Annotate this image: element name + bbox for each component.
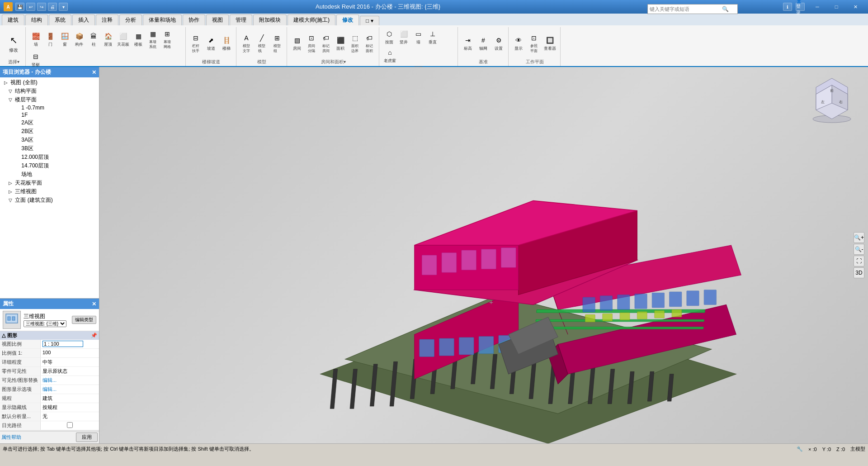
btn-shaft[interactable]: ⬜竖井: [397, 28, 410, 46]
view-scale-input[interactable]: [42, 341, 83, 347]
project-browser-close[interactable]: ✕: [92, 69, 96, 76]
btn-mullion[interactable]: ⊟竖梃: [29, 51, 42, 68]
tab-cha-ru[interactable]: 插入: [72, 14, 95, 25]
tree-ceiling-plan[interactable]: ▷ 天花板平面: [1, 179, 98, 187]
btn-area-boundary[interactable]: ⬚面积边界: [348, 32, 362, 54]
zoom-3d-btn[interactable]: 3D: [854, 267, 864, 278]
tab-xi-tong[interactable]: 系统: [49, 14, 71, 25]
prop-help-link[interactable]: 属性帮助: [1, 434, 21, 441]
tree-elevation[interactable]: ▽ 立面 (建筑立面): [1, 196, 98, 204]
btn-curtain-grid[interactable]: ⊞幕墙网格: [160, 28, 174, 50]
btn-ref-plane[interactable]: ⊡参照平面: [527, 32, 541, 54]
btn-column[interactable]: 🏛柱: [87, 30, 100, 48]
prop-view-scale-value[interactable]: [41, 340, 99, 348]
tree-views-root[interactable]: ▷ 视图 (全部): [1, 78, 98, 87]
qa-print[interactable]: 🖨: [48, 3, 57, 11]
tab-shi-tu[interactable]: 视图: [206, 14, 229, 25]
tab-fu-jia[interactable]: 附加模块: [253, 14, 287, 25]
type-dropdown[interactable]: 三维视图: {三维}: [24, 320, 66, 327]
apply-btn[interactable]: 应用: [76, 433, 98, 442]
tree-3d-view[interactable]: ▷ 三维视图: [1, 187, 98, 196]
user-btn[interactable]: 👤 登录: [796, 3, 805, 11]
btn-wall[interactable]: 🧱墙: [29, 30, 42, 48]
btn-ceiling[interactable]: ⬜天花板: [116, 30, 131, 48]
btn-model-text[interactable]: A模型文字: [240, 32, 253, 54]
navigation-cube[interactable]: 前 右 左: [809, 76, 854, 121]
btn-viewer[interactable]: 🔲查看器: [542, 34, 557, 52]
tab-xiu-gai[interactable]: 修改: [336, 14, 359, 25]
tab-ti-liang[interactable]: 体量和场地: [143, 14, 182, 25]
btn-area[interactable]: ⬛面积: [334, 34, 347, 52]
tree-floor-12[interactable]: 12.000层顶: [1, 153, 98, 162]
tree-struct-plan[interactable]: ▽ 结构平面: [1, 87, 98, 95]
tree-floor-plan[interactable]: ▽ 楼层平面: [1, 95, 98, 104]
btn-by-face[interactable]: ⬡按面: [382, 28, 396, 46]
tab-jian-mo[interactable]: 建模大师(施工): [288, 14, 335, 25]
btn-show-wp[interactable]: 👁显示: [512, 34, 525, 52]
qa-more[interactable]: ▾: [59, 3, 68, 11]
sun-path-check[interactable]: [42, 422, 97, 428]
edit-type-btn[interactable]: 编辑类型: [72, 316, 96, 324]
btn-tag-area[interactable]: 🏷标记面积: [363, 32, 376, 54]
close-button[interactable]: ✕: [846, 2, 864, 11]
qa-undo[interactable]: ↩: [26, 3, 35, 11]
btn-model-group[interactable]: ⊞模型组: [270, 32, 284, 54]
btn-window[interactable]: 🪟窗: [58, 30, 71, 48]
tree-floor-14[interactable]: 14.700层顶: [1, 162, 98, 170]
btn-room[interactable]: ▧房间: [290, 34, 304, 52]
btn-room-sep[interactable]: ⊡房间分隔: [305, 32, 318, 54]
zoom-out-btn[interactable]: 🔍-: [854, 244, 864, 255]
tab-xie-zuo[interactable]: 协作: [183, 14, 205, 25]
tree-floor-2a[interactable]: 2A区: [1, 119, 98, 127]
btn-datum-settings[interactable]: ⚙设置: [492, 34, 505, 52]
btn-dormer[interactable]: ⌂老虎窗: [382, 47, 397, 64]
viewport[interactable]: + 前 右 左 🔍+: [99, 67, 868, 443]
btn-tag-room[interactable]: 🏷标记房间: [319, 32, 333, 54]
type-selector: 三维视图 三维视图: {三维} 编辑类型: [0, 309, 99, 331]
qa-save[interactable]: 💾: [15, 3, 24, 11]
btn-railing[interactable]: ⊟栏杆扶手: [189, 32, 203, 54]
tab-fen-xi[interactable]: 分析: [119, 14, 142, 25]
prop-visibility[interactable]: 可见性/图形替换 编辑...: [0, 376, 99, 385]
tree-floor-1f[interactable]: 1F: [1, 111, 98, 119]
group-opening: ⬡按面 ⬜竖井 ▭墙 ⊥垂直 ⌂老虎窗 洞口: [380, 27, 458, 66]
tree-floor-2b[interactable]: 2B区: [1, 127, 98, 136]
qa-redo[interactable]: ↪: [37, 3, 46, 11]
expand-ceiling-icon: ▷: [7, 181, 14, 185]
btn-component[interactable]: 📦构件: [72, 30, 86, 48]
zoom-fit-btn[interactable]: ⛶: [854, 256, 864, 266]
btn-ramp[interactable]: ⬈坡道: [204, 34, 218, 52]
tree-floor-site[interactable]: 场地: [1, 170, 98, 179]
btn-vertical[interactable]: ⊥垂直: [426, 28, 439, 46]
tab-zhu-shi[interactable]: 注释: [96, 14, 118, 25]
minimize-button[interactable]: ─: [808, 2, 826, 11]
tree-floor-3a[interactable]: 3A区: [1, 136, 98, 144]
btn-floor[interactable]: ▦楼板: [132, 30, 145, 48]
prop-graphic-display[interactable]: 图形显示选项 编辑...: [0, 385, 99, 394]
prop-graphic-display-value[interactable]: 编辑...: [41, 385, 99, 394]
btn-stair[interactable]: 🪜楼梯: [220, 34, 233, 52]
tree-floor-3b[interactable]: 3B区: [1, 144, 98, 153]
btn-door[interactable]: 🚪门: [43, 30, 57, 48]
btn-model-line[interactable]: ╱模型线: [255, 32, 269, 54]
btn-grid[interactable]: #轴网: [476, 34, 490, 52]
group-workplane-label: 工作平面: [526, 59, 544, 65]
tree-floor-07[interactable]: 1 -0.7mm: [1, 104, 98, 111]
btn-modify[interactable]: ↖ 修改: [5, 32, 23, 54]
tab-jie-gou[interactable]: 结构: [25, 14, 48, 25]
maximize-button[interactable]: □: [827, 2, 845, 11]
prop-visibility-value[interactable]: 编辑...: [41, 376, 99, 385]
btn-roof[interactable]: 🏠屋顶: [101, 30, 115, 48]
zoom-in-btn[interactable]: 🔍+: [854, 232, 864, 243]
btn-level[interactable]: ⇥标高: [461, 34, 475, 52]
properties-close[interactable]: ✕: [92, 301, 96, 307]
tab-extra[interactable]: □ ▾: [360, 16, 379, 25]
status-right: 🔧 × :0 Y :0 Z :0 主模型: [797, 446, 865, 452]
search-bar[interactable]: 🔍: [647, 4, 738, 14]
tab-guan-li[interactable]: 管理: [230, 14, 252, 25]
tab-jian-zhu[interactable]: 建筑: [2, 14, 24, 25]
info-btn[interactable]: ℹ: [783, 3, 792, 11]
btn-curtain-sys[interactable]: ▦幕墙系统: [146, 28, 160, 50]
search-input[interactable]: [650, 6, 722, 12]
btn-wall-open[interactable]: ▭墙: [411, 28, 425, 46]
